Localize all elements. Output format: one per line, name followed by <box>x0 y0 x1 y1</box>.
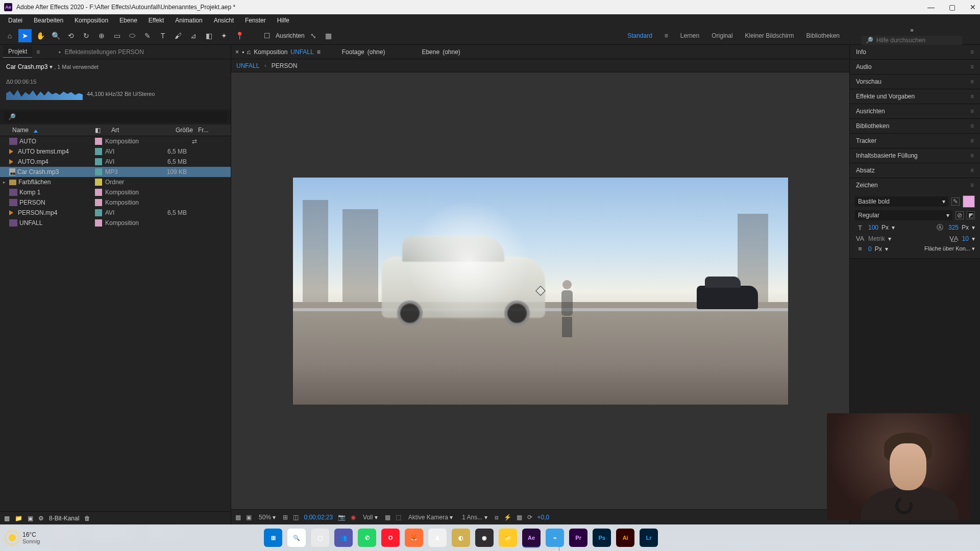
taskbar-app-lr[interactable]: Lr <box>640 529 658 547</box>
taskbar-app-obs[interactable]: ◉ <box>475 529 494 547</box>
stamp-tool[interactable]: ⊿ <box>187 29 200 42</box>
taskbar-app-chess[interactable]: ♟ <box>428 529 447 547</box>
viewer-3d-icon[interactable]: ⧈ <box>495 514 499 521</box>
snap-checkbox[interactable]: ☐ <box>260 29 274 42</box>
panel-inhaltsbasierte-füllung[interactable]: Inhaltsbasierte Füllung≡ <box>850 148 980 163</box>
panel-menu-icon[interactable]: ≡ <box>970 152 974 159</box>
close-button[interactable]: ✕ <box>970 3 976 11</box>
kerning-value[interactable]: Metrik <box>868 235 885 242</box>
taskbar-app-ae[interactable]: Ae <box>522 529 541 547</box>
panel-menu-icon[interactable]: ≡ <box>970 63 974 70</box>
hand-tool[interactable]: ✋ <box>34 29 47 42</box>
taskbar-app-explorer[interactable]: 📁 <box>499 529 517 547</box>
leading-value[interactable]: 325 <box>948 224 959 231</box>
menu-ansicht[interactable]: Ansicht <box>209 16 239 25</box>
col-name[interactable]: Name <box>12 127 29 134</box>
selection-tool[interactable]: ➤ <box>18 29 32 42</box>
taskbar-app-ps[interactable]: Ps <box>593 529 611 547</box>
panel-audio[interactable]: Audio≡ <box>850 60 980 74</box>
project-item[interactable]: Car Crash.mp3MP3109 KB <box>0 167 231 177</box>
playhead-line[interactable] <box>559 540 559 551</box>
panel-bibliotheken[interactable]: Bibliotheken≡ <box>850 119 980 133</box>
project-item[interactable]: PERSON.mp4AVI6,5 MB <box>0 208 231 218</box>
col-size[interactable]: Größe <box>157 127 193 134</box>
tab-komposition-name[interactable]: UNFALL <box>290 48 313 56</box>
bpc-label[interactable]: 8-Bit-Kanal <box>49 515 79 522</box>
tab-menu-icon[interactable]: ≡ <box>317 48 321 56</box>
stroke-value[interactable]: 0 <box>868 245 872 253</box>
orbit-tool[interactable]: ⟲ <box>64 29 78 42</box>
taskbar-app-firefox[interactable]: 🦊 <box>405 529 423 547</box>
composition-viewer[interactable] <box>231 72 849 509</box>
menu-effekt[interactable]: Effekt <box>143 16 169 25</box>
project-item[interactable]: PERSONKomposition <box>0 197 231 208</box>
panel-info[interactable]: Info≡ <box>850 45 980 59</box>
menu-datei[interactable]: Datei <box>3 16 28 25</box>
menu-bearbeiten[interactable]: Bearbeiten <box>29 16 68 25</box>
project-item[interactable]: AUTOKomposition⇄ <box>0 136 231 146</box>
font-size-value[interactable]: 100 <box>868 224 878 231</box>
menu-fenster[interactable]: Fenster <box>240 16 271 25</box>
breadcrumb-person[interactable]: PERSON <box>272 62 298 69</box>
workspace-lernen[interactable]: Lernen <box>675 32 704 39</box>
panel-menu-icon[interactable]: ≡ <box>970 78 974 85</box>
eraser-tool[interactable]: ◧ <box>202 29 215 42</box>
maximize-button[interactable]: ▢ <box>949 3 955 11</box>
brush-tool[interactable]: 🖌 <box>172 29 185 42</box>
project-item[interactable]: AUTO.mp4AVI6,5 MB <box>0 157 231 167</box>
taskbar-app-vscode[interactable]: ⌁ <box>546 529 564 547</box>
panel-ausrichten[interactable]: Ausrichten≡ <box>850 104 980 118</box>
project-search[interactable]: 🔎 <box>4 111 227 122</box>
region-icon[interactable]: ⬚ <box>396 514 401 521</box>
more-workspaces-icon[interactable]: » <box>910 27 914 34</box>
help-search-input[interactable] <box>876 37 958 44</box>
home-tool[interactable]: ⌂ <box>3 29 16 42</box>
taskbar-weather[interactable]: 16°C Sonnig <box>6 531 40 544</box>
type-tool[interactable]: T <box>156 29 169 42</box>
col-framerate[interactable]: Fr... <box>193 127 228 134</box>
lock-icon[interactable]: ▪ <box>242 48 244 56</box>
breadcrumb-unfall[interactable]: UNFALL <box>236 62 259 69</box>
pin-tool[interactable]: 📍 <box>233 29 246 42</box>
panel-zeichen[interactable]: Zeichen≡ <box>850 178 980 192</box>
tracking-value[interactable]: 10 <box>962 235 969 242</box>
rect-tool[interactable]: ▭ <box>110 29 124 42</box>
viewer-fast-icon[interactable]: ▦ <box>517 514 522 521</box>
panel-menu-icon[interactable]: ≡ <box>970 108 974 115</box>
zoom-tool[interactable]: 🔍 <box>49 29 62 42</box>
swap-colors-icon[interactable]: ◩ <box>967 211 975 219</box>
eyedropper-icon[interactable]: ✎ <box>951 197 960 206</box>
font-style-dropdown[interactable]: Regular▾ <box>855 210 952 220</box>
viewer-mask-icon[interactable]: ◫ <box>293 514 299 521</box>
menu-komposition[interactable]: Komposition <box>69 16 113 25</box>
menu-ebene[interactable]: Ebene <box>114 16 142 25</box>
panel-tracker[interactable]: Tracker≡ <box>850 134 980 148</box>
taskbar-app-ai[interactable]: Ai <box>616 529 634 547</box>
panel-vorschau[interactable]: Vorschau≡ <box>850 74 980 89</box>
transparency-icon[interactable]: ▦ <box>385 514 390 521</box>
project-item[interactable]: ▸FarbflächenOrdner <box>0 177 231 187</box>
roto-tool[interactable]: ✦ <box>217 29 231 42</box>
no-stroke-icon[interactable]: ⊘ <box>955 211 964 219</box>
panel-menu-icon[interactable]: ≡ <box>970 48 974 56</box>
panel-effekte-und-vorgaben[interactable]: Effekte und Vorgaben≡ <box>850 89 980 104</box>
panel-menu-icon[interactable]: ≡ <box>970 93 974 100</box>
ellipse-tool[interactable]: ⬭ <box>126 29 139 42</box>
panel-menu-icon[interactable]: ≡ <box>970 182 974 189</box>
new-folder-icon[interactable]: 📁 <box>15 515 22 522</box>
taskbar-app-start[interactable]: ⊞ <box>264 529 282 547</box>
menu-hilfe[interactable]: Hilfe <box>272 16 295 25</box>
anchor-tool[interactable]: ⊕ <box>95 29 108 42</box>
viewer-timecode[interactable]: 0;00;02;23 <box>304 514 333 521</box>
camera-dropdown[interactable]: Aktive Kamera ▾ <box>406 514 455 521</box>
tab-project[interactable]: Projekt <box>3 46 32 58</box>
fill-color-swatch[interactable] <box>963 195 975 208</box>
project-item[interactable]: Komp 1Komposition <box>0 187 231 197</box>
chevron-down-icon[interactable]: ▾ <box>50 63 53 70</box>
taskbar-app-pr[interactable]: Pr <box>569 529 587 547</box>
views-dropdown[interactable]: 1 Ans... ▾ <box>460 514 489 521</box>
panel-absatz[interactable]: Absatz≡ <box>850 163 980 178</box>
menu-animation[interactable]: Animation <box>170 16 207 25</box>
viewer-opt2-icon[interactable]: ▣ <box>246 514 252 521</box>
col-label-icon[interactable]: ◧ <box>95 127 101 134</box>
